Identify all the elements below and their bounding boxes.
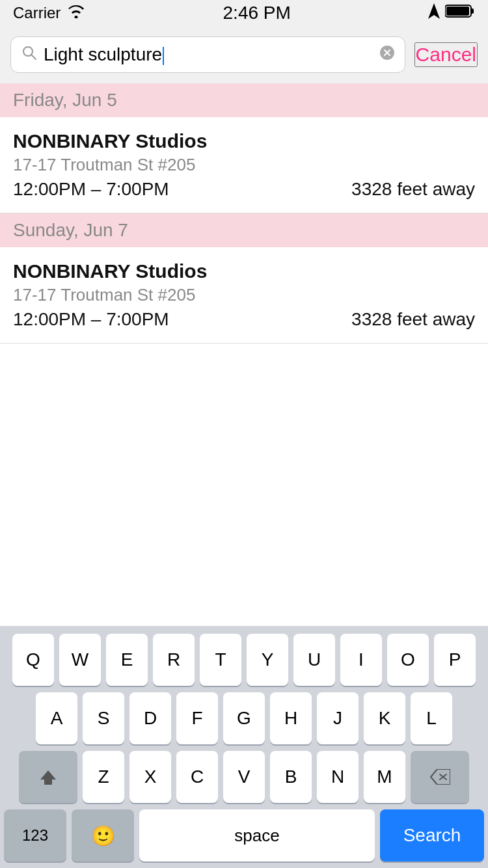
result-distance: 3328 feet away: [351, 309, 475, 330]
key-r[interactable]: R: [153, 634, 195, 686]
search-input[interactable]: Light sculpture: [44, 44, 380, 65]
key-f[interactable]: F: [176, 692, 218, 744]
cancel-button[interactable]: Cancel: [414, 42, 478, 67]
space-key[interactable]: space: [139, 809, 375, 861]
search-icon: [21, 45, 37, 64]
status-time: 2:46 PM: [223, 3, 291, 23]
search-input-wrapper[interactable]: Light sculpture: [10, 36, 405, 73]
key-b[interactable]: B: [270, 751, 312, 803]
key-p[interactable]: P: [434, 634, 476, 686]
key-x[interactable]: X: [129, 751, 171, 803]
result-address: 17-17 Troutman St #205: [13, 285, 475, 305]
key-z[interactable]: Z: [83, 751, 124, 803]
keyboard-row-3: Z X C V B N M: [4, 751, 484, 803]
carrier-label: Carrier: [13, 4, 61, 22]
result-row: 12:00PM – 7:00PM 3328 feet away: [13, 309, 475, 330]
key-o[interactable]: O: [387, 634, 429, 686]
results-container: Friday, Jun 5 NONBINARY Studios 17-17 Tr…: [0, 83, 488, 630]
key-m[interactable]: M: [364, 751, 405, 803]
wifi-icon: [67, 4, 85, 22]
key-y[interactable]: Y: [247, 634, 288, 686]
delete-key[interactable]: [411, 751, 469, 803]
result-distance: 3328 feet away: [351, 179, 475, 200]
result-name: NONBINARY Studios: [13, 130, 475, 152]
keyboard-row-2: A S D F G H J K L: [4, 692, 484, 744]
key-i[interactable]: I: [340, 634, 382, 686]
svg-rect-2: [446, 7, 469, 16]
section-header-friday: Friday, Jun 5: [0, 83, 488, 117]
svg-marker-8: [40, 770, 56, 785]
numbers-key[interactable]: 123: [4, 809, 66, 861]
key-l[interactable]: L: [411, 692, 452, 744]
result-hours: 12:00PM – 7:00PM: [13, 179, 169, 200]
keyboard-bottom-row: 123 🙂 space Search: [4, 809, 484, 861]
result-item-friday-1[interactable]: NONBINARY Studios 17-17 Troutman St #205…: [0, 117, 488, 213]
key-a[interactable]: A: [36, 692, 77, 744]
battery-icon: [445, 4, 475, 22]
key-e[interactable]: E: [106, 634, 148, 686]
location-icon: [428, 3, 440, 23]
key-t[interactable]: T: [200, 634, 241, 686]
result-hours: 12:00PM – 7:00PM: [13, 309, 169, 330]
key-w[interactable]: W: [59, 634, 101, 686]
keyboard-row-1: Q W E R T Y U I O P: [4, 634, 484, 686]
key-j[interactable]: J: [317, 692, 359, 744]
key-s[interactable]: S: [83, 692, 124, 744]
svg-rect-1: [471, 8, 474, 14]
result-name: NONBINARY Studios: [13, 260, 475, 282]
status-right: [428, 3, 475, 23]
result-row: 12:00PM – 7:00PM 3328 feet away: [13, 179, 475, 200]
keyboard: Q W E R T Y U I O P A S D F G H J K L Z …: [0, 626, 488, 868]
key-h[interactable]: H: [270, 692, 312, 744]
key-n[interactable]: N: [317, 751, 359, 803]
key-u[interactable]: U: [293, 634, 335, 686]
key-v[interactable]: V: [223, 751, 265, 803]
svg-line-4: [32, 55, 36, 60]
key-k[interactable]: K: [364, 692, 405, 744]
result-item-sunday-1[interactable]: NONBINARY Studios 17-17 Troutman St #205…: [0, 247, 488, 344]
key-c[interactable]: C: [176, 751, 218, 803]
key-q[interactable]: Q: [12, 634, 54, 686]
empty-content: [0, 344, 488, 630]
key-d[interactable]: D: [129, 692, 171, 744]
result-address: 17-17 Troutman St #205: [13, 155, 475, 175]
section-header-sunday: Sunday, Jun 7: [0, 213, 488, 247]
emoji-key[interactable]: 🙂: [72, 809, 134, 861]
status-bar: Carrier 2:46 PM: [0, 0, 488, 26]
search-bar: Light sculpture Cancel: [0, 26, 488, 83]
shift-key[interactable]: [19, 751, 77, 803]
clear-button[interactable]: [380, 46, 394, 64]
search-key[interactable]: Search: [380, 809, 484, 861]
key-g[interactable]: G: [223, 692, 265, 744]
status-left: Carrier: [13, 4, 85, 22]
